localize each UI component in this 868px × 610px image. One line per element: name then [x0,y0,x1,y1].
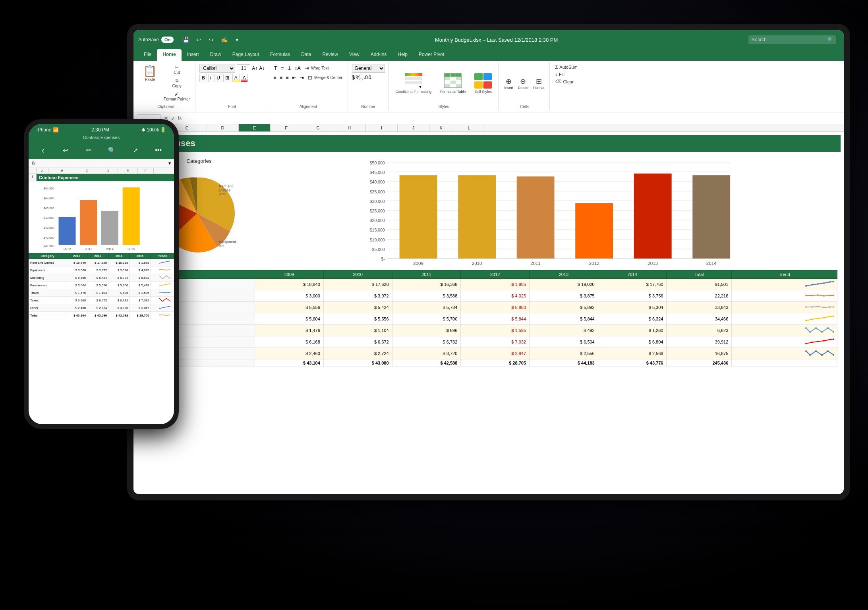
phone-more-button[interactable]: ••• [152,144,165,156]
phone-cell-cat: Travel [29,289,66,297]
phone-col-c[interactable]: C [76,168,98,174]
autosave-toggle[interactable]: On [161,37,174,43]
tab-formulas[interactable]: Formulas [265,49,296,61]
redo-icon[interactable]: ↪ [207,35,216,44]
undo-icon[interactable]: ↩ [194,35,203,44]
align-middle-button[interactable]: ≡ [280,64,285,72]
phone-col-a[interactable]: A [37,168,48,174]
insert-function-icon[interactable]: fx [178,115,182,122]
phone-formula-expand[interactable]: ▾ [168,160,171,166]
phone-col-e[interactable]: E [118,168,138,174]
italic-button[interactable]: I [208,74,213,82]
col-k[interactable]: K [429,124,453,131]
tab-file[interactable]: File [138,49,157,61]
font-size-increase[interactable]: A↑ [252,66,257,71]
wrap-text-button[interactable]: ⇥ Wrap Text [303,64,334,72]
phone-share-button[interactable]: ↗ [129,144,141,156]
align-bottom-button[interactable]: ⊥ [286,64,293,72]
align-top-button[interactable]: ⊤ [272,64,279,72]
cut-button[interactable]: ✂ Cut [162,64,192,76]
clear-button[interactable]: ⌫ Clear [554,78,579,85]
col-j[interactable]: J [398,124,429,131]
increase-indent-button[interactable]: ⇥ [298,74,305,81]
decrease-decimal-button[interactable]: .0 [364,75,368,80]
formula-input[interactable] [185,115,841,121]
phone-col-b[interactable]: B [48,168,76,174]
table-cell-value: $ 1,260 [598,325,667,336]
phone-pen-button[interactable]: ✏ [82,144,95,156]
phone-cell-val: $ 5,438 [130,282,151,289]
col-f[interactable]: F [271,124,302,131]
increase-decimal-button[interactable]: 0. [369,75,373,80]
underline-button[interactable]: U [215,74,222,82]
fill-button[interactable]: ↓ Fill [554,71,579,77]
align-left-button[interactable]: ≡ [272,74,278,81]
svg-point-15 [829,281,831,283]
conditional-formatting-button[interactable]: ▼ Conditional Formatting [392,71,435,95]
tab-page-layout[interactable]: Page Layout [227,49,265,61]
pie-label-equip: Equipment [219,240,236,244]
format-painter-button[interactable]: 🖌 Format Painter [162,91,192,103]
tab-data[interactable]: Data [296,49,317,61]
phone-col-d[interactable]: D [98,168,118,174]
tab-draw[interactable]: Draw [205,49,227,61]
number-format-select[interactable]: General [352,64,385,73]
col-l[interactable]: L [453,124,485,131]
col-d[interactable]: D [207,124,239,131]
phone-formula-input[interactable] [38,161,166,166]
font-size-decrease[interactable]: A↓ [259,66,265,71]
tab-home[interactable]: Home [157,49,181,61]
align-center-button[interactable]: ≡ [278,74,284,81]
phone-bar-2015 [123,187,140,245]
decrease-indent-button[interactable]: ⇤ [291,74,298,81]
tab-insert[interactable]: Insert [182,49,205,61]
paste-button[interactable]: 📋 Paste [140,64,160,103]
insert-cells-button[interactable]: ⊕ Insert [503,76,515,91]
tab-addins[interactable]: Add-ins [365,49,392,61]
copy-button[interactable]: ⧉ Copy [162,77,192,90]
tab-help[interactable]: Help [392,49,413,61]
table-row: Taxes$ 6,168$ 6,672$ 6,732$ 7,032$ 6,504… [140,336,837,348]
text-direction-button[interactable]: ↕A [294,64,302,72]
format-as-table-button[interactable]: Format as Table [437,71,469,95]
phone-undo-button[interactable]: ↩ [59,144,72,156]
font-size-input[interactable] [237,64,250,72]
autosum-button[interactable]: Σ AutoSum [554,64,579,70]
col-h[interactable]: H [334,124,366,131]
col-e[interactable]: E [239,124,271,131]
save-icon[interactable]: 💾 [182,35,190,44]
phone-cell-cat: Rent and Utilities [29,259,66,266]
align-right-button[interactable]: ≡ [284,74,290,81]
fill-color-button[interactable]: A [232,74,240,82]
font-color-button[interactable]: A [241,74,248,82]
format-cells-button[interactable]: ⊞ Format [532,76,546,91]
table-cell-trend [732,359,837,367]
table-row: Freelancers$ 5,604$ 5,556$ 5,700$ 5,844$… [140,313,837,325]
merge-center-button[interactable]: ⊡ Merge & Center [306,73,344,82]
cell-styles-button[interactable]: Cell Styles [471,71,495,95]
bold-button[interactable]: B [199,74,207,82]
col-i[interactable]: I [366,124,398,131]
percent-button[interactable]: % [356,74,360,81]
clipboard-group: 📋 Paste ✂ Cut ⧉ Copy 🖌 [137,62,195,110]
phone-back-button[interactable]: ‹ [38,146,48,155]
format-as-table-label: Format as Table [440,90,466,94]
delete-cells-button[interactable]: ⊖ Delete [516,76,530,91]
phone-search-button[interactable]: 🔍 [106,144,118,156]
tab-review[interactable]: Review [317,49,343,61]
touch-icon[interactable]: ✍ [220,35,228,44]
comma-button[interactable]: , [362,74,363,81]
font-name-select[interactable]: Calibri [199,64,235,73]
search-input[interactable] [748,35,836,44]
currency-button[interactable]: $ [352,74,355,81]
customize-icon[interactable]: ▾ [232,35,241,44]
phone-col-f[interactable]: F [138,168,154,174]
tab-view[interactable]: View [344,49,365,61]
format-label: Format [533,86,545,90]
styles-group: ▼ Conditional Formatting [389,62,499,110]
borders-button[interactable]: ⊞ [223,74,231,82]
confirm-formula-icon[interactable]: ✓ [171,115,176,122]
tab-power-pivot[interactable]: Power Pivot [413,49,450,61]
svg-point-34 [833,315,834,317]
col-g[interactable]: G [302,124,334,131]
